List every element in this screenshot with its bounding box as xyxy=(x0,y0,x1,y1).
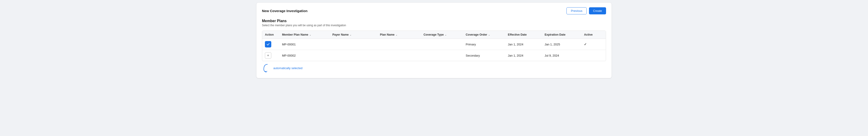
table-row: + MP-00002 Secondary Jan 1, 2024 Jul 9, … xyxy=(262,50,606,61)
plan-name-cell-2 xyxy=(377,50,421,61)
checkmark-icon xyxy=(267,43,270,46)
col-header-active: Active xyxy=(581,31,606,39)
active-checkmark-1: ✓ xyxy=(584,43,587,46)
action-cell-2: + xyxy=(262,50,279,61)
header-actions: Previous Create xyxy=(566,7,606,15)
chevron-coverage-type-icon: ⌄ xyxy=(445,33,446,36)
member-plan-name-cell-1: MP-00001 xyxy=(279,39,330,50)
page-title: New Coverage Investigation xyxy=(262,9,307,13)
table-row: MP-00001 Primary Jan 1, 2024 Jan 1, 2025… xyxy=(262,39,606,50)
col-header-expiration-date: Expiration Date xyxy=(542,31,581,39)
effective-date-cell-2: Jan 1, 2024 xyxy=(505,50,542,61)
annotation-label: automatically selected xyxy=(273,66,303,70)
col-header-action: Action xyxy=(262,31,279,39)
annotation-arrow-icon xyxy=(263,63,272,73)
active-cell-2 xyxy=(581,50,606,61)
add-button-2[interactable]: + xyxy=(265,52,271,59)
coverage-order-cell-1: Primary xyxy=(463,39,505,50)
col-header-payer-name[interactable]: Payer Name ⌄ xyxy=(330,31,377,39)
main-card: New Coverage Investigation Previous Crea… xyxy=(256,3,612,78)
col-header-plan-name[interactable]: Plan Name ⌄ xyxy=(377,31,421,39)
member-plans-table: Action Member Plan Name ⌄ Payer Name ⌄ xyxy=(262,31,606,61)
member-plan-name-cell-2: MP-00002 xyxy=(279,50,330,61)
coverage-type-cell-1 xyxy=(421,39,463,50)
annotation-row: automatically selected xyxy=(262,63,606,73)
effective-date-cell-1: Jan 1, 2024 xyxy=(505,39,542,50)
chevron-coverage-order-icon: ⌄ xyxy=(488,33,490,36)
payer-name-cell-1 xyxy=(330,39,377,50)
action-cell-1 xyxy=(262,39,279,50)
expiration-date-cell-1: Jan 1, 2025 xyxy=(542,39,581,50)
deselect-button-1[interactable] xyxy=(265,41,271,48)
col-header-member-plan-name[interactable]: Member Plan Name ⌄ xyxy=(279,31,330,39)
section-subtitle: Select the member plans you will be usin… xyxy=(262,24,606,27)
active-cell-1: ✓ xyxy=(581,39,606,50)
header-row: New Coverage Investigation Previous Crea… xyxy=(262,7,606,15)
plan-name-cell-1 xyxy=(377,39,421,50)
section-title: Member Plans xyxy=(262,19,606,23)
plus-icon: + xyxy=(267,54,269,57)
col-header-coverage-order[interactable]: Coverage Order ⌄ xyxy=(463,31,505,39)
chevron-member-plan-icon: ⌄ xyxy=(309,33,311,36)
previous-button[interactable]: Previous xyxy=(566,7,587,15)
col-header-effective-date: Effective Date xyxy=(505,31,542,39)
coverage-type-cell-2 xyxy=(421,50,463,61)
chevron-plan-icon: ⌄ xyxy=(396,33,397,36)
expiration-date-cell-2: Jul 9, 2024 xyxy=(542,50,581,61)
coverage-order-cell-2: Secondary xyxy=(463,50,505,61)
table-header-row: Action Member Plan Name ⌄ Payer Name ⌄ xyxy=(262,31,606,39)
col-header-coverage-type[interactable]: Coverage Type ⌄ xyxy=(421,31,463,39)
chevron-payer-icon: ⌄ xyxy=(349,33,351,36)
create-button[interactable]: Create xyxy=(589,7,606,15)
payer-name-cell-2 xyxy=(330,50,377,61)
